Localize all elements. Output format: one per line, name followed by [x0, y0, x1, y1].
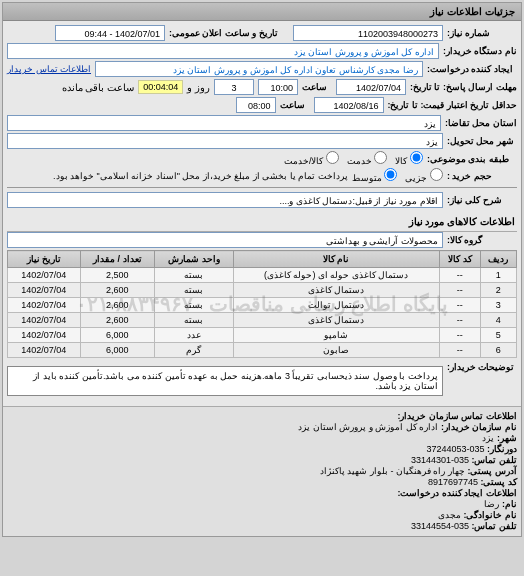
table-cell: بسته: [155, 283, 234, 298]
table-cell: --: [439, 283, 480, 298]
table-cell: 1: [480, 268, 516, 283]
table-cell: 1402/07/04: [8, 283, 81, 298]
postal-value: 8917697745: [428, 477, 478, 487]
fax-label: تلفن تماس:: [472, 455, 518, 465]
deadline-label: مهلت ارسال پاسخ: تا تاریخ:: [410, 82, 517, 92]
table-cell: 1402/07/04: [8, 298, 81, 313]
table-cell: 6,000: [80, 328, 155, 343]
remaining-label: ساعت باقی مانده: [62, 82, 135, 93]
table-cell: گرم: [155, 343, 234, 358]
ctel-value: 035-33144554: [411, 521, 469, 531]
creator-title: اطلاعات ایجاد کننده درخواست:: [7, 488, 517, 498]
deadline-time: 10:00: [258, 79, 298, 95]
table-row: 5--شامپوعدد6,0001402/07/04: [8, 328, 517, 343]
table-cell: --: [439, 343, 480, 358]
panel-title: جزئیات اطلاعات نیاز: [3, 3, 521, 21]
table-cell: 1402/07/04: [8, 268, 81, 283]
day-word: روز و: [187, 82, 210, 93]
group-field: محصولات آرایشی و بهداشتی: [7, 232, 443, 248]
table-cell: 2,600: [80, 283, 155, 298]
table-cell: شامپو: [233, 328, 439, 343]
ctel-label: تلفن تماس:: [472, 521, 518, 531]
addr-value: چهار راه فرهنگیان - بلوار شهید پاکنژاد: [320, 466, 465, 476]
table-cell: دستمال کاغذی حوله ای (حوله کاغذی): [233, 268, 439, 283]
req-no-field: 1102003948000273: [293, 25, 443, 41]
cname-label: نام:: [502, 499, 517, 509]
table-cell: 1402/07/04: [8, 328, 81, 343]
items-title: اطلاعات کالاهای مورد نیاز: [7, 212, 517, 232]
table-cell: 1402/07/04: [8, 313, 81, 328]
volume-radio-b[interactable]: متوسط: [352, 168, 398, 183]
table-row: 3--دستمال توالتبسته2,6001402/07/04: [8, 298, 517, 313]
table-cell: 2,600: [80, 313, 155, 328]
province-label: استان محل تقاضا:: [445, 118, 517, 128]
class-radio-c[interactable]: کالا/خدمت: [284, 151, 339, 166]
table-cell: 5: [480, 328, 516, 343]
desc-field: اقلام مورد نیاز از قبیل:دستمال کاغذی و..…: [7, 192, 443, 208]
table-cell: 2,600: [80, 298, 155, 313]
table-cell: دستمال توالت: [233, 298, 439, 313]
volume-radio-a[interactable]: جزیی: [405, 168, 443, 183]
table-cell: بسته: [155, 268, 234, 283]
table-row: 2--دستمال کاغذیبسته2,6001402/07/04: [8, 283, 517, 298]
col-header: ردیف: [480, 251, 516, 268]
validity-time: 08:00: [236, 97, 276, 113]
desc-label: شرح کلی نیاز:: [447, 195, 517, 205]
validity-label: حداقل تاریخ اعتبار قیمت: تا تاریخ:: [388, 100, 518, 110]
buyer-label: نام دستگاه خریدار:: [443, 46, 517, 56]
class-label: طبقه بندی موضوعی:: [427, 154, 517, 164]
col-header: نام کالا: [233, 251, 439, 268]
table-cell: --: [439, 313, 480, 328]
col-header: کد کالا: [439, 251, 480, 268]
countdown: 00:04:04: [138, 80, 183, 94]
creator-label: ایجاد کننده درخواست:: [427, 64, 517, 74]
table-cell: بسته: [155, 298, 234, 313]
table-cell: 4: [480, 313, 516, 328]
table-cell: 6,000: [80, 343, 155, 358]
days-field: 3: [214, 79, 254, 95]
table-cell: 3: [480, 298, 516, 313]
col-header: تعداد / مقدار: [80, 251, 155, 268]
col-header: تاریخ نیاز: [8, 251, 81, 268]
table-cell: دستمال کاغذی: [233, 313, 439, 328]
volume-note: پرداخت تمام یا بخشی از مبلغ خرید،از محل …: [53, 171, 348, 181]
addr-label: آدرس پستی:: [468, 466, 518, 476]
city-label: شهر محل تحویل:: [447, 136, 517, 146]
items-table: ردیفکد کالانام کالاواحد شمارشتعداد / مقد…: [7, 250, 517, 358]
org-value: اداره کل اموزش و پرورش استان یزد: [298, 422, 438, 432]
ccity-value: یزد: [482, 433, 494, 443]
phone-label: دورنگار:: [487, 444, 517, 454]
table-cell: 2,500: [80, 268, 155, 283]
table-row: 6--صابونگرم6,0001402/07/04: [8, 343, 517, 358]
cfamily-label: نام خانوادگی:: [464, 510, 518, 520]
table-cell: بسته: [155, 313, 234, 328]
table-cell: صابون: [233, 343, 439, 358]
table-cell: --: [439, 298, 480, 313]
validity-date: 1402/08/16: [314, 97, 384, 113]
table-cell: 2: [480, 283, 516, 298]
group-label: گروه کالا:: [447, 235, 517, 245]
deadline-date: 1402/07/04: [336, 79, 406, 95]
table-row: 1--دستمال کاغذی حوله ای (حوله کاغذی)بسته…: [8, 268, 517, 283]
time-label-2: ساعت: [280, 100, 310, 110]
col-header: واحد شمارش: [155, 251, 234, 268]
fax-value: 035-33144301: [411, 455, 469, 465]
table-cell: 6: [480, 343, 516, 358]
notes-text: پرداخت با وصول سند ذیحسابی تقریباً 3 ماه…: [7, 366, 443, 396]
announce-field: 1402/07/01 - 09:44: [55, 25, 165, 41]
buyer-field: اداره کل اموزش و پرورش استان یزد: [7, 43, 439, 59]
postal-label: کد پستی:: [481, 477, 518, 487]
cname-value: رضا: [484, 499, 499, 509]
city-field: یزد: [7, 133, 443, 149]
table-cell: 1402/07/04: [8, 343, 81, 358]
creator-field: رضا مجدی کارشناس تعاون اداره کل اموزش و …: [95, 61, 423, 77]
cfamily-value: مجدی: [438, 510, 461, 520]
contact-link[interactable]: اطلاعات تماس خریدار: [7, 64, 91, 74]
req-no-label: شماره نیاز:: [447, 28, 517, 38]
table-cell: --: [439, 328, 480, 343]
class-radio-b[interactable]: خدمت: [347, 151, 388, 166]
class-radio-a[interactable]: کالا: [395, 151, 423, 166]
ccity-label: شهر:: [497, 433, 517, 443]
table-row: 4--دستمال کاغذیبسته2,6001402/07/04: [8, 313, 517, 328]
volume-label: حجم خرید :: [447, 171, 517, 181]
